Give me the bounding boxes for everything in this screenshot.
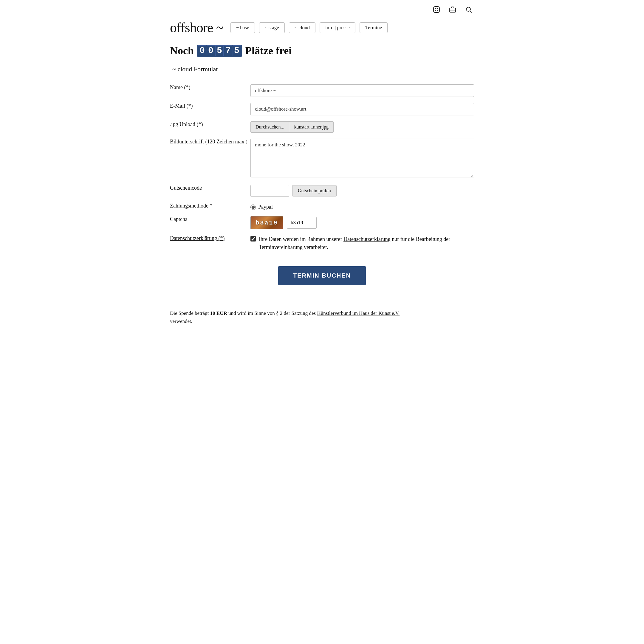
- header: offshore ~ ~ base ~ stage ~ cloud info |…: [170, 17, 474, 44]
- upload-input-cell: Durchsuchen... kunstart...nner.jpg: [250, 118, 474, 136]
- coupon-input[interactable]: [250, 185, 289, 197]
- file-browse-button[interactable]: Durchsuchen...: [250, 121, 289, 133]
- payment-input-cell: Paypal: [250, 200, 474, 213]
- file-upload-area: Durchsuchen... kunstart...nner.jpg: [250, 121, 474, 133]
- name-row: Name (*): [170, 81, 474, 100]
- nav-termine[interactable]: Termine: [360, 22, 388, 33]
- nav-info[interactable]: info | presse: [320, 22, 355, 33]
- nav-cloud[interactable]: ~ cloud: [289, 22, 315, 33]
- name-input-cell: [250, 81, 474, 100]
- form-section-title: ~ cloud Formular: [170, 65, 474, 73]
- datenschutz-row: Datenschutzerklärung (*) Ihre Daten werd…: [170, 232, 474, 254]
- captcha-label: Captcha: [170, 213, 250, 232]
- captcha-input[interactable]: [287, 217, 317, 229]
- footer-amount: 10 EUR: [210, 310, 227, 316]
- counter-digit-5: 5: [233, 45, 241, 56]
- email-label: E-Mail (*): [170, 100, 250, 118]
- captcha-row: Captcha b3a19: [170, 213, 474, 232]
- instagram-icon-button[interactable]: [431, 4, 442, 15]
- paypal-radio[interactable]: [250, 205, 256, 210]
- caption-textarea[interactable]: mone for the show, 2022: [250, 139, 474, 177]
- submit-area: TERMIN BUCHEN: [170, 266, 474, 285]
- datenschutz-text-pre: Ihre Daten werden im Rahmen unserer: [259, 236, 342, 242]
- footer-mid: und wird im Sinne von § 2 der Satzung de…: [228, 310, 316, 316]
- nav-stage[interactable]: ~ stage: [259, 22, 285, 33]
- datenschutz-text-cell: Ihre Daten werden im Rahmen unserer Date…: [250, 232, 474, 254]
- counter-digit-4: 7: [224, 45, 232, 56]
- captcha-input-cell: b3a19: [250, 213, 474, 232]
- footer-text: Die Spende beträgt 10 EUR und wird im Si…: [170, 300, 474, 325]
- search-icon-button[interactable]: [463, 4, 474, 15]
- briefcase-icon: [449, 6, 456, 13]
- paypal-radio-label[interactable]: Paypal: [250, 203, 474, 210]
- caption-label: Bildunterschrift (120 Zeichen max.): [170, 136, 250, 182]
- payment-label: Zahlungsmethode *: [170, 200, 250, 213]
- coupon-row: Gutscheincode Gutschein prüfen: [170, 182, 474, 200]
- briefcase-icon-button[interactable]: [447, 4, 458, 15]
- counter-digit-2: 0: [207, 45, 215, 56]
- upload-row: .jpg Upload (*) Durchsuchen... kunstart.…: [170, 118, 474, 136]
- file-name-display: kunstart...nner.jpg: [289, 121, 334, 133]
- datenschutz-label-cell: Datenschutzerklärung (*): [170, 232, 250, 254]
- datenschutz-inner: Ihre Daten werden im Rahmen unserer Date…: [250, 235, 474, 251]
- datenschutz-inline-link[interactable]: Datenschutzerklärung: [343, 236, 391, 242]
- svg-point-2: [438, 8, 439, 8]
- email-row: E-Mail (*): [170, 100, 474, 118]
- coupon-input-cell: Gutschein prüfen: [250, 182, 474, 200]
- top-icon-bar: [170, 0, 474, 17]
- submit-button[interactable]: TERMIN BUCHEN: [278, 266, 366, 285]
- page-heading: Noch 0 0 5 7 5 Plätze frei: [170, 44, 474, 57]
- gutschein-row: Gutschein prüfen: [250, 185, 474, 197]
- svg-point-5: [466, 7, 470, 11]
- cloud-form: Name (*) E-Mail (*) .jpg Upload (*) Durc…: [170, 81, 474, 285]
- datenschutz-checkbox[interactable]: [250, 236, 256, 241]
- payment-row: Zahlungsmethode * Paypal: [170, 200, 474, 213]
- svg-line-6: [470, 11, 472, 13]
- footer-pre: Die Spende beträgt: [170, 310, 209, 316]
- form-table: Name (*) E-Mail (*) .jpg Upload (*) Durc…: [170, 81, 474, 254]
- nav-base[interactable]: ~ base: [230, 22, 255, 33]
- site-title: offshore ~: [170, 20, 223, 35]
- caption-input-cell: mone for the show, 2022: [250, 136, 474, 182]
- captcha-image: b3a19: [250, 216, 283, 229]
- svg-point-1: [435, 8, 438, 11]
- footer-post: verwendet.: [170, 318, 192, 324]
- counter-digit-3: 5: [215, 45, 224, 56]
- heading-post: Plätze frei: [245, 44, 292, 57]
- captcha-area: b3a19: [250, 216, 474, 229]
- email-input-cell: [250, 100, 474, 118]
- caption-row: Bildunterschrift (120 Zeichen max.) mone…: [170, 136, 474, 182]
- search-icon: [465, 6, 472, 13]
- heading-pre: Noch: [170, 44, 194, 57]
- name-input[interactable]: [250, 84, 474, 97]
- upload-label: .jpg Upload (*): [170, 118, 250, 136]
- email-input[interactable]: [250, 103, 474, 115]
- datenschutz-label-link[interactable]: Datenschutzerklärung (*): [170, 235, 225, 241]
- datenschutz-text: Ihre Daten werden im Rahmen unserer Date…: [259, 235, 474, 251]
- coupon-label: Gutscheincode: [170, 182, 250, 200]
- counter-digit-1: 0: [198, 45, 206, 56]
- paypal-label-text: Paypal: [258, 204, 273, 210]
- coupon-check-button[interactable]: Gutschein prüfen: [292, 185, 337, 196]
- instagram-icon: [433, 6, 440, 13]
- counter-badge: 0 0 5 7 5: [197, 45, 242, 57]
- svg-rect-0: [434, 7, 439, 13]
- footer-org-link[interactable]: Künstlerverbund im Haus der Kunst e.V.: [317, 310, 400, 316]
- name-label: Name (*): [170, 81, 250, 100]
